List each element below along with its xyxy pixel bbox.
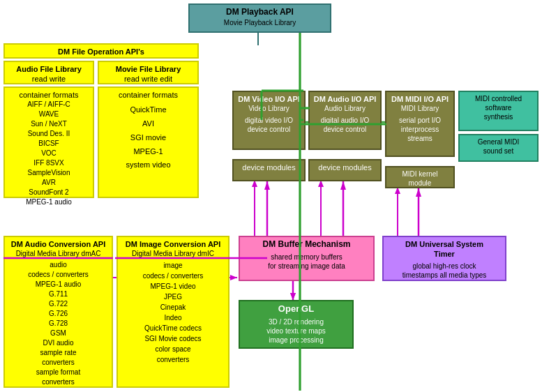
general-midi-label: General MIDIsound set	[462, 137, 534, 156]
dm-universal-timer-box: DM Universal SystemTimer global high-res…	[382, 236, 506, 281]
dm-audio-conv-detail: audiocodecs / convertersMPEG-1 audioG.71…	[8, 260, 109, 387]
audio-file-lib-sub: read write	[8, 74, 90, 84]
dm-buffer-detail: shared memory buffersfor streaming image…	[243, 252, 370, 271]
dm-buffer-box: DM Buffer Mechanism shared memory buffer…	[239, 236, 375, 281]
audio-container-title: container formats	[8, 90, 90, 100]
svg-marker-28	[416, 188, 421, 197]
dm-image-conv-detail: imagecodecs / convertersMPEG-1 videoJPEG…	[121, 260, 225, 365]
opengl-box: OpenGL 3D / 2D renderingvideo texture ma…	[239, 300, 354, 349]
dm-audio-io-title: DM Audio I/O API	[313, 94, 377, 104]
audio-container-box: container formats AIFF / AIFF-CWAVESun /…	[3, 86, 94, 198]
dm-audio-conv-title: DM Audio Conversion API	[8, 239, 109, 249]
dm-audio-conv-sub: Digital Media Library dmAC	[8, 249, 109, 258]
svg-marker-24	[264, 181, 270, 190]
dm-midi-io-sub: MIDI Library	[389, 104, 451, 113]
dm-audio-io-detail: digital audio I/Odevice control	[313, 116, 377, 134]
dm-midi-io-detail: serial port I/Ointerprocessstreams	[389, 116, 451, 143]
dm-image-conv-sub: Digital Media Library dmIC	[121, 249, 225, 258]
opengl-title: OpenGL	[243, 303, 349, 315]
dm-playback-title: DM Playback API	[193, 7, 327, 18]
dm-playback-api-box: DM Playback API Movie Playback Library	[188, 3, 331, 33]
movie-file-lib-title: Movie File Library	[102, 64, 195, 74]
dm-image-conv-box: DM Image Conversion API Digital Media Li…	[116, 236, 229, 388]
svg-marker-33	[290, 293, 296, 300]
midi-synth-label: MIDI controlledsoftwaresynthesis	[462, 94, 534, 121]
dm-file-ops-box: DM File Operation API's	[3, 43, 199, 59]
video-device-modules-label: device modules	[236, 163, 301, 172]
dm-video-io-sub: Video Library	[236, 104, 301, 113]
movie-container-box: container formats QuickTimeAVISGI movieM…	[98, 86, 199, 198]
dm-video-io-title: DM Video I/O API	[236, 94, 301, 104]
dm-audio-conv-box: DM Audio Conversion API Digital Media Li…	[3, 236, 113, 388]
dm-universal-timer-title: DM Universal SystemTimer	[386, 239, 502, 259]
dm-universal-timer-detail: global high-res clocktimestamps all medi…	[386, 262, 502, 280]
movie-container-items: QuickTimeAVISGI movieMPEG-1system video	[102, 103, 195, 172]
midi-kernel-label: MIDI kernelmodule	[389, 169, 451, 188]
audio-file-lib-box: Audio File Library read write	[3, 61, 94, 84]
midi-kernel-box: MIDI kernelmodule	[385, 166, 455, 188]
dm-video-io-detail: digital video I/Odevice control	[236, 116, 301, 134]
movie-file-lib-box: Movie File Library read write edit	[98, 61, 199, 84]
opengl-detail: 3D / 2D renderingvideo texture mapsimage…	[243, 317, 349, 345]
audio-device-modules-label: device modules	[313, 163, 377, 172]
dm-audio-io-sub: Audio Library	[313, 104, 377, 113]
dm-playback-subtitle: Movie Playback Library	[193, 18, 327, 27]
dm-video-io-box: DM Video I/O API Video Library digital v…	[232, 91, 306, 150]
video-device-modules-box: device modules	[232, 159, 306, 181]
dm-buffer-title: DM Buffer Mechanism	[243, 239, 370, 250]
svg-marker-26	[340, 181, 346, 190]
dm-image-conv-title: DM Image Conversion API	[121, 239, 225, 249]
general-midi-box: General MIDIsound set	[458, 134, 539, 162]
dm-midi-io-box: DM MIDI I/O API MIDI Library serial port…	[385, 91, 455, 157]
svg-marker-12	[290, 293, 296, 300]
movie-container-title: container formats	[102, 90, 195, 100]
dm-midi-io-title: DM MIDI I/O API	[389, 94, 451, 104]
dm-file-ops-title: DM File Operation API's	[58, 47, 144, 56]
midi-synth-box: MIDI controlledsoftwaresynthesis	[458, 91, 539, 131]
audio-device-modules-box: device modules	[308, 159, 382, 181]
audio-container-items: AIFF / AIFF-CWAVESun / NeXTSound Des. II…	[8, 100, 90, 207]
svg-marker-14	[230, 275, 237, 280]
movie-file-lib-sub: read write edit	[102, 74, 195, 84]
dm-audio-io-box: DM Audio I/O API Audio Library digital a…	[308, 91, 382, 150]
audio-file-lib-title: Audio File Library	[8, 64, 90, 74]
